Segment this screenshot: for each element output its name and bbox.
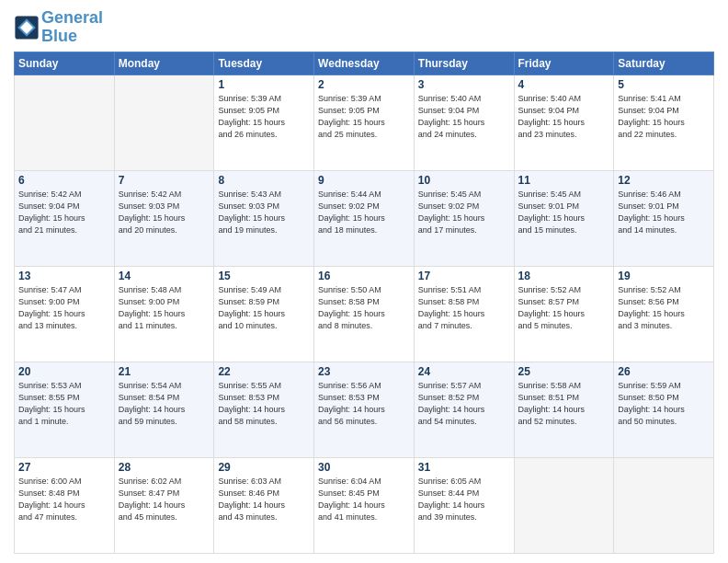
day-number: 11 (518, 174, 610, 187)
calendar-day-cell: 27Sunrise: 6:00 AM Sunset: 8:48 PM Dayli… (15, 457, 115, 553)
calendar-day-cell: 13Sunrise: 5:47 AM Sunset: 9:00 PM Dayli… (15, 266, 115, 362)
calendar-day-cell: 21Sunrise: 5:54 AM Sunset: 8:54 PM Dayli… (114, 362, 214, 457)
day-info: Sunrise: 5:52 AM Sunset: 8:57 PM Dayligh… (518, 284, 610, 332)
day-number: 13 (18, 270, 110, 282)
day-info: Sunrise: 5:48 AM Sunset: 9:00 PM Dayligh… (119, 284, 210, 332)
day-info: Sunrise: 5:47 AM Sunset: 9:00 PM Dayligh… (18, 284, 110, 332)
day-number: 25 (518, 365, 610, 378)
day-info: Sunrise: 5:41 AM Sunset: 9:04 PM Dayligh… (618, 93, 710, 141)
calendar-day-cell (614, 457, 714, 553)
day-number: 3 (418, 78, 510, 91)
day-number: 18 (518, 270, 610, 282)
day-info: Sunrise: 5:51 AM Sunset: 8:58 PM Dayligh… (418, 284, 510, 332)
calendar-day-cell: 28Sunrise: 6:02 AM Sunset: 8:47 PM Dayli… (114, 457, 214, 553)
day-number: 22 (218, 365, 310, 378)
day-number: 19 (618, 270, 710, 282)
day-number: 10 (418, 174, 510, 187)
day-number: 15 (218, 270, 310, 282)
day-number: 16 (318, 270, 410, 282)
calendar-header-row: SundayMondayTuesdayWednesdayThursdayFrid… (15, 52, 714, 75)
day-info: Sunrise: 5:56 AM Sunset: 8:53 PM Dayligh… (318, 380, 410, 428)
calendar-day-cell: 2Sunrise: 5:39 AM Sunset: 9:05 PM Daylig… (314, 75, 415, 170)
calendar-day-cell: 20Sunrise: 5:53 AM Sunset: 8:55 PM Dayli… (15, 362, 115, 457)
day-info: Sunrise: 5:45 AM Sunset: 9:01 PM Dayligh… (518, 189, 610, 236)
calendar-day-cell: 31Sunrise: 6:05 AM Sunset: 8:44 PM Dayli… (414, 457, 514, 553)
weekday-header: Sunday (15, 52, 115, 75)
calendar-day-cell: 30Sunrise: 6:04 AM Sunset: 8:45 PM Dayli… (314, 457, 415, 553)
calendar-day-cell: 5Sunrise: 5:41 AM Sunset: 9:04 PM Daylig… (614, 75, 714, 170)
day-info: Sunrise: 5:54 AM Sunset: 8:54 PM Dayligh… (119, 380, 210, 428)
day-number: 6 (18, 174, 110, 187)
weekday-header: Friday (514, 52, 614, 75)
weekday-header: Wednesday (314, 52, 415, 75)
day-info: Sunrise: 6:04 AM Sunset: 8:45 PM Dayligh… (318, 476, 410, 523)
day-info: Sunrise: 5:59 AM Sunset: 8:50 PM Dayligh… (618, 380, 710, 428)
day-number: 1 (218, 78, 310, 91)
day-info: Sunrise: 5:44 AM Sunset: 9:02 PM Dayligh… (318, 189, 410, 236)
calendar-day-cell: 4Sunrise: 5:40 AM Sunset: 9:04 PM Daylig… (514, 75, 614, 170)
day-number: 12 (618, 174, 710, 187)
day-number: 7 (119, 174, 210, 187)
day-info: Sunrise: 5:52 AM Sunset: 8:56 PM Dayligh… (618, 284, 710, 332)
calendar-day-cell: 18Sunrise: 5:52 AM Sunset: 8:57 PM Dayli… (514, 266, 614, 362)
day-number: 21 (119, 365, 210, 378)
calendar-day-cell: 25Sunrise: 5:58 AM Sunset: 8:51 PM Dayli… (514, 362, 614, 457)
day-info: Sunrise: 5:55 AM Sunset: 8:53 PM Dayligh… (218, 380, 310, 428)
logo-text: General Blue (41, 9, 103, 46)
day-number: 28 (119, 461, 210, 474)
day-number: 20 (18, 365, 110, 378)
weekday-header: Thursday (414, 52, 514, 75)
calendar-day-cell: 6Sunrise: 5:42 AM Sunset: 9:04 PM Daylig… (15, 170, 115, 266)
day-info: Sunrise: 5:43 AM Sunset: 9:03 PM Dayligh… (218, 189, 310, 236)
day-number: 5 (618, 78, 710, 91)
calendar-week-row: 6Sunrise: 5:42 AM Sunset: 9:04 PM Daylig… (15, 170, 714, 266)
calendar-day-cell: 11Sunrise: 5:45 AM Sunset: 9:01 PM Dayli… (514, 170, 614, 266)
day-info: Sunrise: 6:02 AM Sunset: 8:47 PM Dayligh… (119, 476, 210, 523)
day-number: 9 (318, 174, 410, 187)
day-info: Sunrise: 5:46 AM Sunset: 9:01 PM Dayligh… (618, 189, 710, 236)
day-info: Sunrise: 6:00 AM Sunset: 8:48 PM Dayligh… (18, 476, 110, 523)
day-info: Sunrise: 5:42 AM Sunset: 9:03 PM Dayligh… (119, 189, 210, 236)
day-info: Sunrise: 5:57 AM Sunset: 8:52 PM Dayligh… (418, 380, 510, 428)
header: General Blue (14, 9, 714, 46)
calendar-week-row: 27Sunrise: 6:00 AM Sunset: 8:48 PM Dayli… (15, 457, 714, 553)
day-number: 24 (418, 365, 510, 378)
calendar-day-cell: 14Sunrise: 5:48 AM Sunset: 9:00 PM Dayli… (114, 266, 214, 362)
calendar-day-cell: 8Sunrise: 5:43 AM Sunset: 9:03 PM Daylig… (214, 170, 314, 266)
day-info: Sunrise: 5:40 AM Sunset: 9:04 PM Dayligh… (518, 93, 610, 141)
calendar-day-cell: 9Sunrise: 5:44 AM Sunset: 9:02 PM Daylig… (314, 170, 415, 266)
calendar-week-row: 1Sunrise: 5:39 AM Sunset: 9:05 PM Daylig… (15, 75, 714, 170)
day-info: Sunrise: 5:49 AM Sunset: 8:59 PM Dayligh… (218, 284, 310, 332)
calendar-week-row: 20Sunrise: 5:53 AM Sunset: 8:55 PM Dayli… (15, 362, 714, 457)
day-number: 2 (318, 78, 410, 91)
day-number: 30 (318, 461, 410, 474)
day-info: Sunrise: 5:39 AM Sunset: 9:05 PM Dayligh… (318, 93, 410, 141)
day-number: 14 (119, 270, 210, 282)
day-number: 27 (18, 461, 110, 474)
calendar-day-cell: 22Sunrise: 5:55 AM Sunset: 8:53 PM Dayli… (214, 362, 314, 457)
calendar-day-cell (114, 75, 214, 170)
calendar-day-cell: 3Sunrise: 5:40 AM Sunset: 9:04 PM Daylig… (414, 75, 514, 170)
day-info: Sunrise: 5:42 AM Sunset: 9:04 PM Dayligh… (18, 189, 110, 236)
day-info: Sunrise: 5:39 AM Sunset: 9:05 PM Dayligh… (218, 93, 310, 141)
day-info: Sunrise: 6:05 AM Sunset: 8:44 PM Dayligh… (418, 476, 510, 523)
calendar-week-row: 13Sunrise: 5:47 AM Sunset: 9:00 PM Dayli… (15, 266, 714, 362)
day-number: 4 (518, 78, 610, 91)
calendar-day-cell: 12Sunrise: 5:46 AM Sunset: 9:01 PM Dayli… (614, 170, 714, 266)
day-info: Sunrise: 5:40 AM Sunset: 9:04 PM Dayligh… (418, 93, 510, 141)
calendar-day-cell: 19Sunrise: 5:52 AM Sunset: 8:56 PM Dayli… (614, 266, 714, 362)
day-number: 8 (218, 174, 310, 187)
day-number: 29 (218, 461, 310, 474)
day-info: Sunrise: 6:03 AM Sunset: 8:46 PM Dayligh… (218, 476, 310, 523)
day-info: Sunrise: 5:50 AM Sunset: 8:58 PM Dayligh… (318, 284, 410, 332)
calendar-day-cell: 10Sunrise: 5:45 AM Sunset: 9:02 PM Dayli… (414, 170, 514, 266)
weekday-header: Tuesday (214, 52, 314, 75)
page: General Blue SundayMondayTuesdayWednesda… (0, 0, 728, 563)
logo-icon (14, 15, 40, 40)
logo: General Blue (14, 9, 103, 46)
calendar-table: SundayMondayTuesdayWednesdayThursdayFrid… (14, 52, 714, 554)
day-info: Sunrise: 5:45 AM Sunset: 9:02 PM Dayligh… (418, 189, 510, 236)
calendar-day-cell: 23Sunrise: 5:56 AM Sunset: 8:53 PM Dayli… (314, 362, 415, 457)
day-number: 23 (318, 365, 410, 378)
calendar-day-cell: 26Sunrise: 5:59 AM Sunset: 8:50 PM Dayli… (614, 362, 714, 457)
